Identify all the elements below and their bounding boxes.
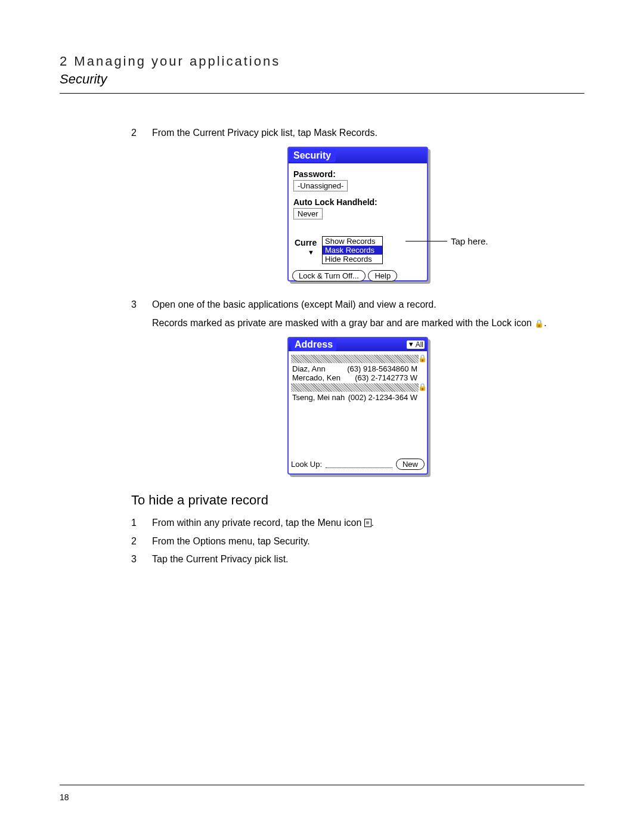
address-row[interactable]: Diaz, Ann (63) 918-5634860 M (291, 364, 419, 373)
app-title: Security (289, 149, 336, 162)
lock-icon: 🔒 (534, 319, 544, 328)
help-button[interactable]: Help (368, 270, 397, 281)
followup-end: . (544, 318, 546, 328)
contact-phone: (63) 2-7142773 W (355, 373, 417, 382)
menu-icon: ≡ (364, 519, 371, 527)
step-text: Open one of the basic applications (exce… (152, 298, 584, 311)
password-value[interactable]: -Unassigned- (293, 180, 348, 191)
callout-text: Tap here. (451, 236, 488, 246)
callout-tap-here: Tap here. (405, 236, 488, 246)
autolock-value[interactable]: Never (293, 208, 323, 219)
masked-record-row[interactable]: 🔒 (291, 383, 419, 392)
step-number: 2 (131, 126, 152, 140)
contact-phone: (63) 918-5634860 M (347, 364, 417, 373)
current-privacy-label-truncated: Curre (295, 238, 317, 247)
security-screen: Security Password: -Unassigned- Auto Loc… (287, 147, 428, 281)
step-item: 2 From the Options menu, tap Security. (131, 535, 584, 548)
step-text: From the Options menu, tap Security. (152, 535, 584, 548)
new-button[interactable]: New (396, 459, 425, 470)
step-text-before: From within any private record, tap the … (152, 518, 364, 528)
step-number: 2 (131, 535, 152, 548)
dropdown-caret: ▼ (308, 249, 314, 256)
chapter-title: 2 Managing your applications (60, 54, 584, 69)
step-number: 3 (131, 298, 152, 311)
step-number: 1 (131, 516, 152, 529)
contact-name: Tseng, Mei nah (292, 393, 345, 402)
figure-address: Address ▼All 🔒 Diaz, Ann (63) 918-563486… (131, 337, 584, 475)
autolock-label: Auto Lock Handheld: (293, 197, 422, 207)
privacy-picklist[interactable]: Show Records Mask Records Hide Records (322, 236, 383, 264)
step-item: 2 From the Current Privacy pick list, ta… (131, 126, 584, 140)
step-item: 3 Open one of the basic applications (ex… (131, 298, 584, 311)
app-titlebar: Security (289, 148, 427, 163)
step-number: 3 (131, 553, 152, 566)
lock-turnoff-button[interactable]: Lock & Turn Off... (292, 270, 366, 281)
address-screen: Address ▼All 🔒 Diaz, Ann (63) 918-563486… (287, 337, 428, 475)
address-row[interactable]: Tseng, Mei nah (002) 2-1234-364 W (291, 393, 419, 402)
subheading: To hide a private record (131, 493, 584, 508)
footer-divider (60, 785, 584, 785)
step-text: Tap the Current Privacy pick list. (152, 553, 584, 566)
step-text-after: . (371, 518, 374, 528)
contact-name: Mercado, Ken (292, 373, 340, 382)
picklist-option-mask[interactable]: Mask Records (323, 246, 382, 255)
step-text: From the Current Privacy pick list, tap … (152, 126, 584, 140)
figure-security: Security Password: -Unassigned- Auto Loc… (131, 147, 584, 281)
category-dropdown[interactable]: ▼All (407, 340, 425, 349)
picklist-option-show[interactable]: Show Records (323, 237, 382, 246)
picklist-option-hide[interactable]: Hide Records (323, 255, 382, 264)
lock-icon: 🔒 (418, 354, 427, 363)
callout-line (405, 241, 447, 241)
password-label: Password: (293, 169, 422, 179)
app-title: Address (291, 338, 336, 351)
step-item: 1 From within any private record, tap th… (131, 516, 584, 529)
masked-record-row[interactable]: 🔒 (291, 355, 419, 363)
app-titlebar: Address ▼All (289, 338, 427, 351)
contact-phone: (002) 2-1234-364 W (348, 393, 417, 402)
contact-name: Diaz, Ann (292, 364, 326, 373)
header-divider (60, 93, 584, 94)
step-followup: Records marked as private are masked wit… (131, 317, 584, 330)
section-title: Security (60, 72, 584, 87)
step-item: 3 Tap the Current Privacy pick list. (131, 553, 584, 566)
lock-icon: 🔒 (418, 383, 427, 391)
manual-page: 2 Managing your applications Security 2 … (0, 0, 644, 833)
address-row[interactable]: Mercado, Ken (63) 2-7142773 W (291, 373, 419, 382)
page-number: 18 (60, 792, 69, 802)
lookup-label: Look Up: (291, 460, 322, 469)
lookup-input[interactable] (326, 460, 392, 468)
body-content: 2 From the Current Privacy pick list, ta… (131, 126, 584, 566)
followup-text: Records marked as private are masked wit… (152, 318, 532, 328)
